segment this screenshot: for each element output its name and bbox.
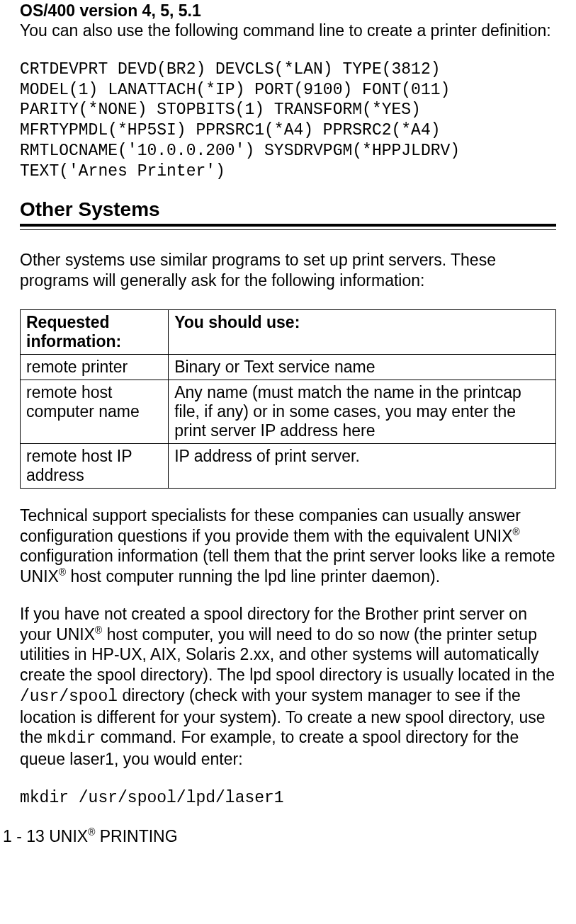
spool-paragraph: If you have not created a spool director…: [20, 604, 556, 770]
table-row: remote host computer name Any name (must…: [21, 380, 556, 443]
other-systems-intro: Other systems use similar programs to se…: [20, 250, 556, 291]
crtdevprt-command: CRTDEVPRT DEVD(BR2) DEVCLS(*LAN) TYPE(38…: [20, 59, 556, 182]
other-systems-title: Other Systems: [20, 198, 556, 221]
registered-symbol: ®: [95, 625, 102, 636]
registered-symbol: ®: [513, 527, 520, 537]
footer-text: PRINTING: [95, 827, 177, 845]
section-rule: [20, 224, 556, 230]
os400-heading: OS/400 version 4, 5, 5.1: [20, 1, 556, 21]
tech-support-paragraph: Technical support specialists for these …: [20, 506, 556, 587]
table-header-cell: You should use:: [169, 309, 556, 354]
text-span: Technical support specialists for these …: [20, 506, 521, 545]
registered-symbol: ®: [59, 567, 66, 578]
text-span: host computer running the lpd line print…: [66, 567, 440, 586]
table-cell: remote printer: [21, 354, 169, 380]
table-cell: remote host IP address: [21, 443, 169, 488]
table-header-row: Requested information: You should use:: [21, 309, 556, 354]
page-footer: 1 - 13 UNIX® PRINTING: [0, 827, 576, 846]
mkdir-command: mkdir /usr/spool/lpd/laser1: [20, 788, 556, 809]
table-cell: remote host computer name: [21, 380, 169, 443]
inline-code: mkdir: [47, 729, 96, 748]
table-row: remote host IP address IP address of pri…: [21, 443, 556, 488]
info-table: Requested information: You should use: r…: [20, 309, 556, 489]
os400-intro: You can also use the following command l…: [20, 21, 556, 41]
inline-code: /usr/spool: [20, 688, 118, 706]
table-cell: IP address of print server.: [169, 443, 556, 488]
table-header-cell: Requested information:: [21, 309, 169, 354]
table-row: remote printer Binary or Text service na…: [21, 354, 556, 380]
registered-symbol: ®: [88, 827, 95, 838]
footer-text: 1 - 13 UNIX: [3, 827, 88, 845]
table-cell: Any name (must match the name in the pri…: [169, 380, 556, 443]
table-cell: Binary or Text service name: [169, 354, 556, 380]
